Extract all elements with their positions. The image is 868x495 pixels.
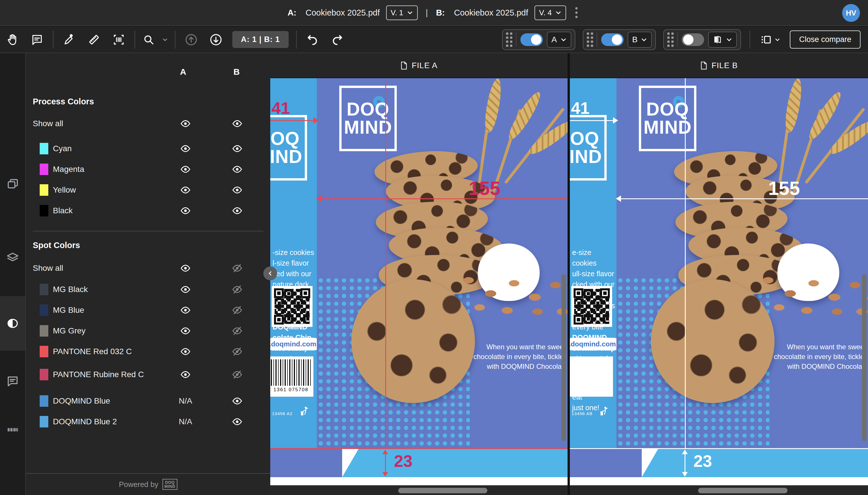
separation-b-toggle[interactable] bbox=[227, 206, 247, 216]
process-show-all-a-toggle[interactable] bbox=[175, 118, 195, 129]
file-a-viewport[interactable]: DOQ MIND When you want the swee chocolat… bbox=[270, 78, 567, 495]
separation-b-toggle[interactable] bbox=[227, 305, 247, 315]
file-a-version-select[interactable]: V. 1 bbox=[386, 5, 418, 20]
drag-handle-icon[interactable] bbox=[506, 33, 516, 47]
bottom-flap bbox=[570, 448, 868, 477]
chevron-down-icon bbox=[641, 36, 647, 43]
layer-b-visibility-toggle[interactable] bbox=[601, 33, 624, 46]
drag-handle-icon[interactable] bbox=[667, 33, 678, 47]
separation-label: MG Blue bbox=[53, 305, 84, 315]
scrollbar-thumb[interactable] bbox=[698, 488, 787, 493]
barcode-bars bbox=[271, 359, 311, 386]
process-show-all-row: Show all bbox=[26, 115, 270, 133]
separation-b-toggle[interactable] bbox=[227, 370, 247, 380]
sidebar-item-colors[interactable] bbox=[0, 296, 25, 351]
more-options-kebab-icon[interactable] bbox=[573, 5, 580, 20]
next-page-button[interactable] bbox=[204, 30, 228, 50]
scrollbar-thumb[interactable] bbox=[398, 488, 487, 493]
left-sidebar bbox=[0, 53, 26, 495]
comment-tool-button[interactable] bbox=[25, 30, 49, 50]
dimension-line-vertical bbox=[685, 78, 686, 448]
barcode-scan-icon bbox=[112, 33, 125, 46]
separation-a-toggle[interactable] bbox=[175, 305, 195, 315]
separation-label: Yellow bbox=[53, 185, 76, 195]
vertical-scrollbar[interactable] bbox=[862, 274, 867, 441]
separation-b-toggle[interactable] bbox=[227, 346, 247, 357]
eyedropper-tool-button[interactable] bbox=[57, 30, 82, 50]
separation-a-toggle[interactable] bbox=[175, 185, 195, 195]
separation-b-toggle[interactable] bbox=[227, 164, 247, 174]
separation-b-toggle[interactable] bbox=[227, 326, 247, 336]
separation-b-toggle[interactable] bbox=[227, 284, 247, 295]
eye-icon bbox=[180, 305, 191, 315]
eye-icon bbox=[180, 370, 191, 380]
pan-tool-button[interactable] bbox=[0, 30, 25, 50]
redo-button[interactable] bbox=[325, 30, 350, 50]
tidyman-icon bbox=[299, 405, 310, 417]
color-swatch bbox=[40, 205, 48, 217]
separation-b-toggle[interactable] bbox=[227, 396, 247, 406]
file-a-version-value: V. 1 bbox=[391, 8, 403, 17]
separation-a-toggle[interactable] bbox=[175, 206, 195, 216]
search-icon bbox=[142, 34, 155, 46]
separation-b-toggle[interactable] bbox=[227, 185, 247, 195]
sidebar-item-barcodes[interactable] bbox=[0, 408, 25, 451]
color-swatch bbox=[40, 164, 48, 175]
eye-off-icon bbox=[232, 305, 242, 315]
file-b-version-select[interactable]: V. 4 bbox=[534, 5, 566, 20]
layer-a-dropdown[interactable]: A bbox=[547, 32, 571, 48]
separation-b-toggle[interactable] bbox=[227, 416, 247, 427]
dimension-line-41 bbox=[570, 120, 615, 121]
compare-overlay-group bbox=[663, 29, 741, 50]
color-swatch bbox=[40, 346, 48, 357]
drag-handle-icon[interactable] bbox=[587, 33, 597, 47]
dimension-41: 41 bbox=[271, 98, 290, 118]
vertical-scrollbar[interactable] bbox=[562, 274, 566, 441]
qr-code bbox=[272, 286, 312, 327]
panel-layout-button[interactable] bbox=[756, 30, 785, 50]
measure-tool-button[interactable] bbox=[82, 30, 106, 50]
search-button[interactable] bbox=[139, 30, 159, 50]
layout-icon bbox=[760, 34, 772, 46]
separation-label: PANTONE Red 032 C bbox=[53, 346, 132, 357]
process-show-all-b-toggle[interactable] bbox=[227, 118, 247, 129]
separation-a-toggle[interactable] bbox=[175, 346, 195, 357]
comment-icon bbox=[31, 33, 44, 46]
compare-overlay-toggle[interactable] bbox=[682, 33, 704, 46]
separation-b-toggle[interactable] bbox=[227, 143, 247, 154]
compare-mode-dropdown[interactable] bbox=[708, 32, 737, 48]
layer-a-visibility-toggle[interactable] bbox=[521, 33, 543, 46]
file-separator: | bbox=[426, 8, 428, 18]
separation-row: DOQMIND Blue 2 N/A bbox=[26, 412, 270, 431]
layer-b-dropdown[interactable]: B bbox=[628, 32, 652, 48]
sidebar-item-comments[interactable] bbox=[0, 359, 25, 403]
collapse-panel-button[interactable] bbox=[263, 267, 277, 280]
file-b-viewport[interactable]: DOQ MIND When you want the swee chocolat… bbox=[570, 78, 868, 495]
column-a-header: A bbox=[180, 67, 186, 77]
sidebar-item-pages[interactable] bbox=[0, 163, 25, 206]
eye-off-icon bbox=[232, 346, 242, 357]
avatar[interactable]: HV bbox=[842, 4, 860, 22]
separation-a-toggle[interactable] bbox=[175, 284, 195, 295]
previous-page-button[interactable] bbox=[179, 30, 204, 50]
horizontal-scrollbar[interactable] bbox=[570, 485, 868, 495]
close-compare-button[interactable]: Close compare bbox=[790, 31, 861, 49]
spot-show-all-b-toggle[interactable] bbox=[227, 263, 247, 273]
horizontal-scrollbar[interactable] bbox=[270, 485, 567, 495]
search-options-chevron[interactable] bbox=[159, 30, 171, 50]
color-swatch bbox=[40, 416, 48, 427]
separation-a-toggle[interactable] bbox=[175, 326, 195, 336]
separation-a-toggle[interactable] bbox=[175, 370, 195, 380]
separation-row: MG Grey bbox=[26, 322, 270, 340]
barcode-tool-button[interactable] bbox=[106, 30, 131, 50]
sidebar-item-layers[interactable] bbox=[0, 236, 25, 279]
document-icon bbox=[700, 61, 708, 70]
file-a-name: Cookiebox 2025.pdf bbox=[306, 8, 380, 18]
undo-button[interactable] bbox=[300, 30, 325, 50]
separation-a-toggle[interactable] bbox=[175, 164, 195, 174]
layer-b-label: B bbox=[632, 35, 638, 44]
separation-a-toggle[interactable] bbox=[175, 143, 195, 154]
color-swatch bbox=[40, 395, 48, 407]
eye-icon bbox=[180, 118, 191, 129]
spot-show-all-a-toggle[interactable] bbox=[175, 263, 195, 273]
